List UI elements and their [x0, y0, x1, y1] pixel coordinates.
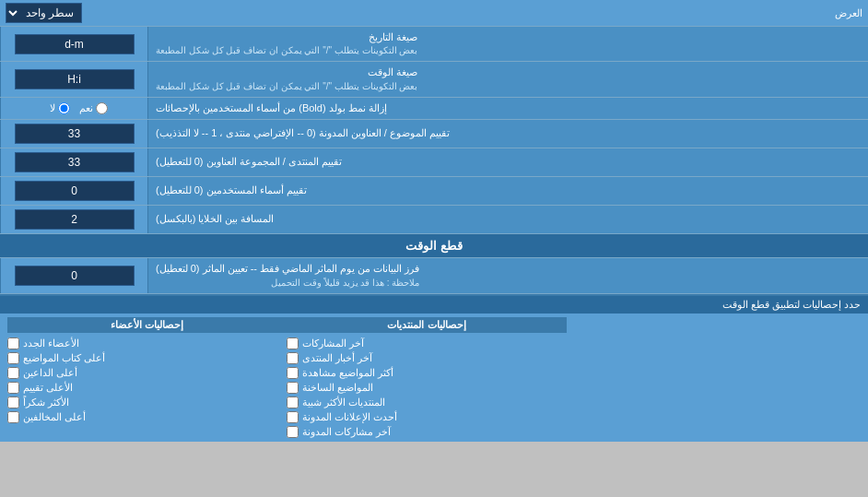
user-names-row: تقييم أسماء المستخدمين (0 للتعطيل) — [0, 177, 868, 206]
checkbox-posts-4[interactable] — [287, 396, 299, 408]
bold-remove-row: إزالة نمط بولد (Bold) من أسماء المستخدمي… — [0, 98, 868, 120]
checkbox-posts-5[interactable] — [287, 411, 299, 423]
members-header: إحصاليات الأعضاء — [7, 317, 287, 333]
date-format-input-cell — [0, 27, 147, 61]
user-names-input-cell — [0, 177, 147, 205]
user-names-input[interactable] — [15, 181, 135, 201]
radio-yes[interactable] — [96, 102, 108, 114]
bold-remove-label: إزالة نمط بولد (Bold) من أسماء المستخدمي… — [147, 98, 868, 119]
time-format-row: صيغة الوقت بعض التكوينات يتطلب "/" التي … — [0, 62, 868, 97]
members-item-1: أعلى كتاب المواضيع — [7, 352, 287, 364]
posts-item-2: أكثر المواضيع مشاهدة — [287, 367, 566, 379]
display-label: العرض — [835, 7, 862, 19]
members-column: إحصاليات الأعضاء الأعضاء الجدد أعلى كتاب… — [7, 317, 287, 438]
radio-no-label[interactable]: لا — [50, 102, 70, 114]
posts-item-1: آخر أخبار المنتدى — [287, 352, 566, 364]
time-cut-input-cell — [0, 258, 147, 292]
time-format-input[interactable] — [15, 69, 135, 89]
checkbox-posts-0[interactable] — [287, 337, 299, 349]
members-item-5: أعلى المخالفين — [7, 411, 287, 423]
time-cut-input[interactable] — [15, 266, 135, 286]
topic-order-input-cell — [0, 120, 147, 148]
members-item-3: الأعلى تقييم — [7, 382, 287, 394]
checkbox-posts-3[interactable] — [287, 382, 299, 394]
cell-spacing-label: المسافة بين الخلايا (بالبكسل) — [147, 206, 868, 233]
forum-order-row: تقييم المنتدى / المجموعة العناوين (0 للت… — [0, 148, 868, 177]
topic-order-row: تقييم الموضوع / العناوين المدونة (0 -- ا… — [0, 120, 868, 148]
date-format-label: صيغة التاريخ بعض التكوينات يتطلب "/" الت… — [147, 27, 868, 61]
checkbox-members-0[interactable] — [7, 337, 19, 349]
left-section — [567, 317, 861, 438]
radio-yes-label[interactable]: نعم — [79, 102, 108, 114]
forum-order-input-cell — [0, 148, 147, 176]
checkbox-members-4[interactable] — [7, 396, 19, 408]
radio-no[interactable] — [58, 102, 70, 114]
time-cut-header: قطع الوقت — [0, 234, 868, 258]
topic-order-label: تقييم الموضوع / العناوين المدونة (0 -- ا… — [147, 120, 868, 148]
cell-spacing-row: المسافة بين الخلايا (بالبكسل) — [0, 206, 868, 234]
forum-order-input[interactable] — [15, 152, 135, 172]
members-item-4: الأكثر شكراً — [7, 396, 287, 408]
checkbox-members-2[interactable] — [7, 367, 19, 379]
forum-order-label: تقييم المنتدى / المجموعة العناوين (0 للت… — [147, 148, 868, 176]
time-format-input-cell — [0, 62, 147, 96]
bold-radio-group: نعم لا — [41, 102, 108, 114]
checkbox-members-3[interactable] — [7, 382, 19, 394]
posts-item-4: المنتديات الأكثر شبية — [287, 396, 566, 408]
main-container: العرض سطر واحد صيغة التاريخ بعض التكوينا… — [0, 0, 868, 442]
checkbox-members-1[interactable] — [7, 352, 19, 364]
display-select[interactable]: سطر واحد — [6, 3, 82, 23]
posts-header: إحصاليات المنتديات — [287, 317, 566, 333]
select-wrapper: سطر واحد — [6, 3, 82, 23]
posts-item-6: آخر مشاركات المدونة — [287, 426, 566, 438]
topic-order-input[interactable] — [15, 124, 135, 144]
checkbox-members-5[interactable] — [7, 411, 19, 423]
date-format-row: صيغة التاريخ بعض التكوينات يتطلب "/" الت… — [0, 27, 868, 62]
date-format-input[interactable] — [15, 34, 135, 54]
posts-item-0: آخر المشاركات — [287, 337, 566, 349]
posts-column: إحصاليات المنتديات آخر المشاركات آخر أخب… — [287, 317, 566, 438]
checkbox-posts-2[interactable] — [287, 367, 299, 379]
posts-item-5: أحدث الإعلانات المدونة — [287, 411, 566, 423]
bottom-header: حدد إحصاليات لتطبيق قطع الوقت — [0, 296, 868, 314]
bottom-section: حدد إحصاليات لتطبيق قطع الوقت إحصاليات ا… — [0, 294, 868, 442]
user-names-label: تقييم أسماء المستخدمين (0 للتعطيل) — [147, 177, 868, 205]
cell-spacing-input-cell — [0, 206, 147, 233]
checkbox-posts-6[interactable] — [287, 426, 299, 438]
bold-remove-input-cell: نعم لا — [0, 98, 147, 119]
checkbox-posts-1[interactable] — [287, 352, 299, 364]
time-format-label: صيغة الوقت بعض التكوينات يتطلب "/" التي … — [147, 62, 868, 96]
posts-item-3: المواضيع الساخنة — [287, 382, 566, 394]
time-cut-label: فرز البيانات من يوم الماثر الماضي فقط --… — [147, 258, 868, 292]
members-item-2: أعلى الداعين — [7, 367, 287, 379]
time-cut-row: فرز البيانات من يوم الماثر الماضي فقط --… — [0, 258, 868, 293]
cell-spacing-input[interactable] — [15, 209, 135, 230]
members-item-0: الأعضاء الجدد — [7, 337, 287, 349]
checkboxes-area: إحصاليات المنتديات آخر المشاركات آخر أخب… — [0, 314, 868, 442]
top-row: العرض سطر واحد — [0, 0, 868, 27]
